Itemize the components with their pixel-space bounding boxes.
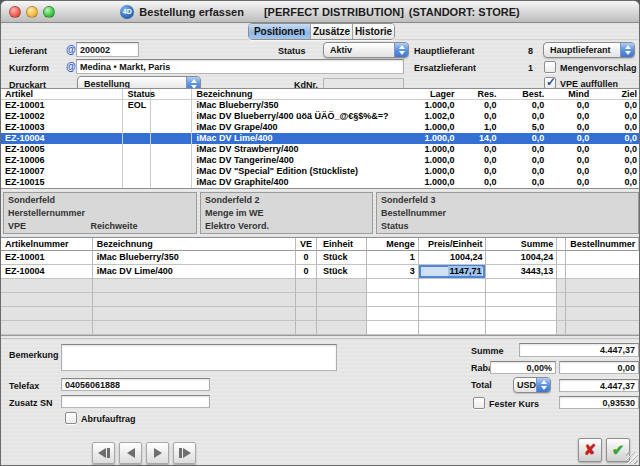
summe-field: [519, 343, 639, 357]
nav-last-button[interactable]: [173, 442, 196, 464]
positionen-row-empty[interactable]: [1, 307, 639, 321]
abrufauftrag-checkbox[interactable]: [65, 412, 77, 424]
column-header-spacer: [151, 89, 193, 99]
hauptlieferant-value: 8: [519, 46, 533, 56]
window-title-text: Bestellung erfassen: [139, 6, 244, 18]
tab-positionen[interactable]: Positionen: [249, 24, 311, 39]
table-row[interactable]: EZ-10002 iMac DV Blueberry/400 üöä ÜÄÖ_@…: [1, 111, 639, 122]
rabatt-value-field: [559, 361, 639, 374]
column-header-lager[interactable]: Lager: [400, 89, 457, 99]
total-field: [559, 379, 639, 392]
popup-arrows-icon: [394, 43, 408, 57]
nav-next-button[interactable]: [146, 442, 169, 464]
column-header-mind[interactable]: Mind: [546, 89, 591, 99]
menge-cell[interactable]: 1: [367, 251, 419, 265]
column-header-bezeichnung[interactable]: Bezeichnung: [93, 238, 296, 251]
kurzform-label: Kurzform: [9, 63, 49, 73]
kurs-input[interactable]: [559, 396, 639, 409]
positionen-row-empty[interactable]: [1, 279, 639, 293]
window-controls: [9, 6, 55, 18]
column-header-bestellnummer[interactable]: Bestellnummer: [566, 238, 639, 251]
summe-label: Summe: [471, 346, 504, 356]
lieferant-label: Lieferant: [9, 46, 47, 56]
ersatzlieferant-label: Ersatzlieferant: [414, 63, 476, 73]
window-title-standort: (STANDORT: STORE): [409, 6, 520, 18]
status-label: Status: [278, 46, 306, 56]
telefax-label: Telefax: [9, 381, 39, 391]
hauptlieferant-popup[interactable]: Hauptlieferant: [543, 42, 635, 58]
nav-first-button[interactable]: [92, 442, 115, 464]
rabatt-percent-input[interactable]: [490, 361, 556, 374]
column-header-menge[interactable]: Menge: [367, 238, 419, 251]
nav-prev-button[interactable]: [119, 442, 142, 464]
at-lookup-icon[interactable]: @: [66, 44, 76, 55]
table-row-selected[interactable]: EZ-10004 iMac DV Lime/400 1.000,0 14,0 0…: [1, 133, 639, 144]
positionen-table: Artikelnummer Bezeichnung VE Einheit Men…: [1, 237, 639, 336]
table-row[interactable]: EZ-10001 EOL iMac Blueberry/350 1.000,0 …: [1, 100, 639, 111]
triangle-right-icon: [154, 448, 162, 458]
fester-kurs-checkbox[interactable]: [473, 397, 485, 409]
accept-check-icon: ✔: [612, 441, 625, 459]
table-row[interactable]: EZ-10007 iMac DV "Special" Edition (Stüc…: [1, 166, 639, 177]
triangle-right-icon: [183, 448, 191, 458]
table-row[interactable]: EZ-10005 iMac DV Strawberry/400 1.000,0 …: [1, 144, 639, 155]
fester-kurs-label: Fester Kurs: [489, 399, 539, 409]
column-header-artikel[interactable]: Artikel: [1, 89, 123, 99]
window-title: 4D Bestellung erfassen [PERFECT DISTRIBU…: [120, 5, 519, 19]
column-header-ziel[interactable]: Ziel: [591, 89, 639, 99]
telefax-input[interactable]: [61, 378, 210, 391]
total-label: Total: [471, 380, 492, 390]
tab-bar: Positionen Zusätze Historie: [248, 23, 395, 40]
mengenvorschlag-checkbox[interactable]: [544, 61, 556, 73]
table-row[interactable]: EZ-10003 iMac DV Grape/400 1.000,0 1,0 5…: [1, 122, 639, 133]
menge-cell[interactable]: 3: [367, 265, 419, 279]
abrufauftrag-label: Abrufauftrag: [81, 414, 136, 424]
bemerkung-label: Bemerkung: [9, 350, 59, 360]
table-row[interactable]: EZ-10015 iMac DV Graphite/400 1.000,0 0,…: [1, 177, 639, 188]
sonderfeld-panel-3: Sonderfeld 3 Bestellnummer Status: [376, 192, 639, 234]
positionen-row-empty[interactable]: [1, 321, 639, 335]
preis-cell-selected[interactable]: 1147,71: [419, 265, 487, 279]
close-window-button[interactable]: [9, 6, 21, 18]
title-bar: 4D Bestellung erfassen [PERFECT DISTRIBU…: [1, 1, 639, 23]
popup-arrows-icon: [620, 43, 634, 57]
hauptlieferant-label: Hauptlieferant: [414, 46, 475, 56]
column-header-status[interactable]: Status: [123, 89, 151, 99]
currency-popup[interactable]: USD: [513, 377, 551, 393]
column-header-res[interactable]: Res.: [457, 89, 499, 99]
positionen-table-header: Artikelnummer Bezeichnung VE Einheit Men…: [1, 238, 639, 251]
column-header-ve[interactable]: VE: [296, 238, 317, 251]
column-header-preis-einheit[interactable]: Preis/Einheit: [419, 238, 487, 251]
positionen-row[interactable]: EZ-10004 iMac DV Lime/400 0 Stück 3 1147…: [1, 265, 639, 279]
at-lookup-icon[interactable]: @: [66, 61, 76, 72]
column-header-best[interactable]: Best.: [498, 89, 546, 99]
column-header-bezeichnung[interactable]: Bezeichnung: [192, 89, 399, 99]
zusatz-sn-label: Zusatz SN: [9, 398, 53, 408]
column-header-einheit[interactable]: Einheit: [317, 238, 367, 251]
triangle-left-icon: [98, 448, 106, 458]
positionen-row-empty[interactable]: [1, 293, 639, 307]
positionen-row[interactable]: EZ-10001 iMac Blueberry/350 0 Stück 1 10…: [1, 251, 639, 265]
kurzform-input[interactable]: [76, 59, 404, 74]
window-title-company: [PERFECT DISTRIBUTION]: [264, 6, 404, 18]
minimize-window-button[interactable]: [26, 6, 38, 18]
tab-zusaetze[interactable]: Zusätze: [311, 24, 353, 39]
preis-cell[interactable]: 1004,24: [419, 251, 487, 265]
table-row[interactable]: EZ-10006 iMac DV Tangerine/400 1.000,0 0…: [1, 155, 639, 166]
tab-historie[interactable]: Historie: [353, 24, 394, 39]
resize-grip[interactable]: [626, 452, 638, 464]
lieferant-input[interactable]: [76, 42, 139, 57]
status-popup[interactable]: Aktiv: [323, 42, 409, 58]
footer-divider: [1, 338, 639, 339]
bemerkung-textarea[interactable]: [61, 344, 337, 371]
column-header-summe[interactable]: Summe: [486, 238, 557, 251]
ersatzlieferant-value: 1: [519, 63, 533, 73]
triangle-left-icon: [127, 448, 135, 458]
column-header-artikelnummer[interactable]: Artikelnummer: [1, 238, 93, 251]
zoom-window-button[interactable]: [43, 6, 55, 18]
mengenvorschlag-label: Mengenvorschlag: [560, 63, 637, 73]
cancel-button[interactable]: ✘: [578, 438, 602, 462]
popup-arrows-icon: [536, 378, 550, 392]
zusatz-sn-input[interactable]: [61, 395, 210, 408]
cancel-x-icon: ✘: [584, 441, 597, 459]
